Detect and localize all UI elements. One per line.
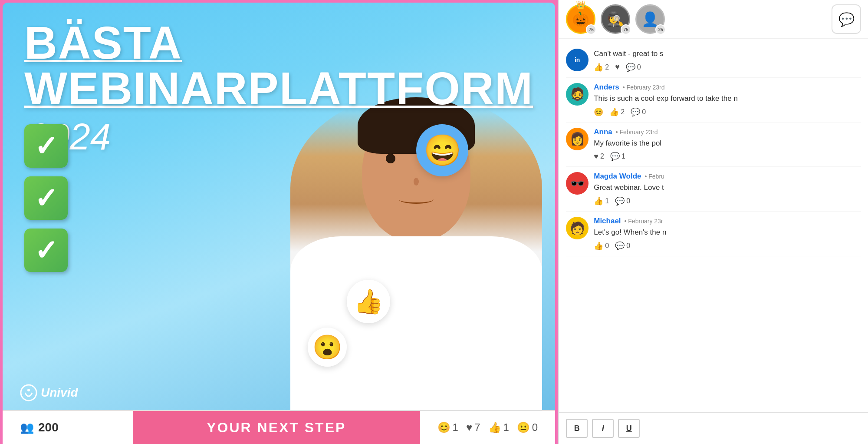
video-title: BÄSTA WEBINARPLATTFORM 2024 [3, 3, 555, 158]
comment-avatar-anders: 🧔 [566, 83, 589, 106]
checkbox-3: ✓ [24, 229, 68, 272]
bottom-bar: 👥 200 YOUR NEXT STEP 😊 1 ♥ 7 👍 1 😐 [3, 410, 555, 444]
checkbox-2: ✓ [24, 176, 68, 220]
comment-time-anders: • February 23rd [623, 84, 665, 91]
comment-heart-linkedin[interactable]: ♥ [615, 63, 620, 72]
comment-avatar-michael: 🧑 [566, 217, 589, 239]
reaction-thumbs-count: 👍 1 [488, 421, 509, 434]
checkboxes: ✓ ✓ ✓ [24, 124, 68, 272]
comment-item-linkedin: in Can't wait - great to s 👍 2 ♥ 💬 [566, 43, 861, 78]
comment-actions-michael: 👍 0 💬 0 [594, 241, 861, 251]
comment-reply-linkedin[interactable]: 💬 0 [626, 63, 641, 72]
comment-content-magda: Magda Wolde • Febru Great webinar. Love … [594, 172, 861, 206]
comment-reply-anna[interactable]: 💬 1 [610, 152, 625, 161]
sidebar-header: 👑 🎃 75 🕵️ 75 👤 25 💬 [559, 0, 868, 39]
comment-item-anders: 🧔 Anders • February 23rd This is such a … [566, 78, 861, 123]
comment-actions-linkedin: 👍 2 ♥ 💬 0 [594, 63, 861, 72]
svg-point-0 [21, 385, 36, 401]
comment-actions-magda: 👍 1 💬 0 [594, 196, 861, 206]
checkbox-1: ✓ [24, 124, 68, 168]
comment-username-anders: Anders [594, 83, 619, 92]
video-panel: BÄSTA WEBINARPLATTFORM 2024 ✓ ✓ ✓ [0, 0, 558, 444]
attendees-icon: 👥 [20, 421, 34, 434]
format-underline-button[interactable]: U [618, 419, 640, 438]
comment-content-linkedin: Can't wait - great to s 👍 2 ♥ 💬 0 [594, 49, 861, 72]
avatar-badge-2: 75 [621, 24, 631, 35]
comment-actions-anna: ♥ 2 💬 1 [594, 152, 861, 161]
sidebar-comments: in Can't wait - great to s 👍 2 ♥ 💬 [559, 39, 868, 412]
comment-item-anna: 👩 Anna • February 23rd My favorite is th… [566, 123, 861, 167]
sidebar: 👑 🎃 75 🕵️ 75 👤 25 💬 [558, 0, 868, 444]
comment-reply-anders[interactable]: 💬 0 [631, 107, 646, 117]
univid-logo-text: Univid [41, 386, 78, 400]
comment-username-michael: Michael [594, 217, 621, 225]
svg-point-1 [27, 389, 30, 391]
chat-tab[interactable]: 💬 [832, 4, 861, 34]
reaction-smiley: 😄 [416, 124, 468, 176]
univid-logo-icon [20, 384, 37, 401]
reaction-neutral-count: 😐 0 [517, 421, 538, 434]
comment-content-anna: Anna • February 23rd My favorite is the … [594, 128, 861, 162]
comment-like-linkedin[interactable]: 👍 2 [594, 63, 609, 72]
format-bold-button[interactable]: B [566, 419, 588, 438]
reactions-section: 😊 1 ♥ 7 👍 1 😐 0 [420, 421, 556, 434]
format-italic-button[interactable]: I [592, 419, 614, 438]
comment-text-anna: My favorite is the pol [594, 138, 861, 149]
comment-text-linkedin: Can't wait - great to s [594, 49, 861, 59]
attendees-section: 👥 200 [3, 421, 133, 434]
comment-header-michael: Michael • February 23r [594, 217, 861, 225]
avatar-container-2: 🕵️ 75 [601, 4, 630, 34]
comment-like-magda[interactable]: 👍 1 [594, 196, 609, 206]
comment-content-michael: Michael • February 23r Let's go! When's … [594, 217, 861, 251]
comment-header-anders: Anders • February 23rd [594, 83, 861, 92]
video-title-line1: BÄSTA WEBINARPLATTFORM [24, 20, 533, 111]
comment-avatar-anna: 👩 [566, 128, 589, 150]
comment-item-michael: 🧑 Michael • February 23r Let's go! When'… [566, 212, 861, 256]
reaction-thumbsup: 👍 [347, 280, 390, 323]
comment-username-magda: Magda Wolde [594, 172, 641, 181]
comment-username-anna: Anna [594, 128, 612, 136]
comment-text-michael: Let's go! When's the n [594, 227, 861, 238]
comment-header-magda: Magda Wolde • Febru [594, 172, 861, 181]
avatar-container-3: 👤 25 [635, 4, 665, 34]
comment-avatar-linkedin: in [566, 49, 589, 71]
comment-time-michael: • February 23r [625, 218, 663, 225]
comment-text-magda: Great webinar. Love t [594, 182, 861, 193]
avatar-container-1: 👑 🎃 75 [566, 4, 595, 34]
cta-button[interactable]: YOUR NEXT STEP [133, 411, 420, 444]
comment-avatar-magda: 🕶️ [566, 172, 589, 195]
reaction-heart-count: ♥ 7 [466, 421, 480, 434]
main-container: BÄSTA WEBINARPLATTFORM 2024 ✓ ✓ ✓ [0, 0, 868, 444]
comment-like-michael[interactable]: 👍 0 [594, 241, 609, 251]
attendees-count: 200 [38, 421, 59, 434]
chat-icon: 💬 [838, 12, 855, 27]
reaction-surprised: 😮 [308, 328, 347, 367]
comment-item-magda: 🕶️ Magda Wolde • Febru Great webinar. Lo… [566, 167, 861, 212]
crown-icon: 👑 [576, 0, 585, 10]
reaction-smiley-count: 😊 1 [437, 421, 458, 434]
video-area: BÄSTA WEBINARPLATTFORM 2024 ✓ ✓ ✓ [3, 3, 555, 410]
comment-like-anders[interactable]: 👍 2 [609, 107, 625, 117]
univid-logo: Univid [20, 384, 78, 401]
comment-smiley-anders[interactable]: 😊 [594, 107, 603, 117]
comment-header-anna: Anna • February 23rd [594, 128, 861, 136]
avatar-badge-3: 25 [655, 24, 666, 35]
comment-text-anders: This is such a cool exp forward to take … [594, 93, 861, 104]
avatar-badge-1: 75 [586, 24, 596, 35]
comment-reply-magda[interactable]: 💬 0 [615, 196, 630, 206]
comment-content-anders: Anders • February 23rd This is such a co… [594, 83, 861, 117]
sidebar-footer: B I U [559, 412, 868, 444]
comment-time-magda: • Febru [644, 173, 664, 180]
comment-time-anna: • February 23rd [616, 129, 658, 136]
comment-reply-michael[interactable]: 💬 0 [615, 241, 630, 251]
comment-heart-anna[interactable]: ♥ 2 [594, 152, 604, 161]
comment-actions-anders: 😊 👍 2 💬 0 [594, 107, 861, 117]
